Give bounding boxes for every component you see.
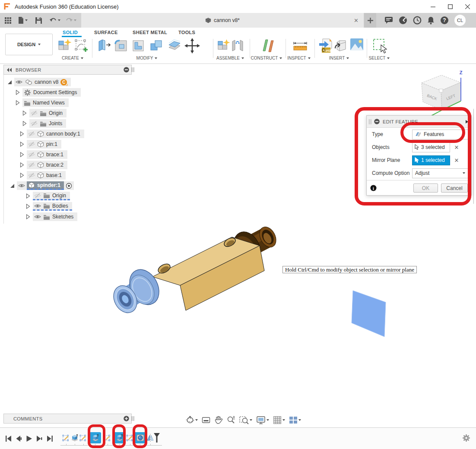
timeline-item-sketch-2[interactable] [79,434,87,442]
ok-button[interactable]: OK [413,183,438,193]
clear-objects-icon[interactable]: ✕ [453,144,460,151]
timeline-ruler[interactable] [60,445,162,446]
eye-off-icon[interactable] [28,152,35,157]
shell-button[interactable] [131,38,146,54]
fit-icon[interactable] [239,416,252,424]
offset-face-button[interactable] [167,38,182,54]
press-pull-button[interactable] [96,38,111,54]
group-select[interactable]: SELECT [358,56,401,60]
add-comment-icon[interactable] [124,416,129,421]
notifications-bell-icon[interactable] [427,16,435,25]
timeline-item-hole-selected[interactable] [134,432,146,443]
panel-grip-icon[interactable] [132,416,134,421]
tree-row-origin[interactable]: Origin [22,108,67,118]
tree-row-brace-2[interactable]: brace:2 [20,160,67,170]
tree-row-document-settings[interactable]: Document Settings [16,87,81,98]
edit-feature-dialog[interactable]: EDIT FEATURE Type Features Objects 3 sel… [366,115,472,196]
tree-row-cannon-v8[interactable]: cannon v8C [8,77,71,87]
tree-row-brace-1[interactable]: brace:1 [20,149,67,160]
activate-component-radio[interactable] [66,183,72,189]
eye-icon[interactable] [34,214,41,219]
collapsed-arrow-icon[interactable] [26,214,30,219]
eye-off-icon[interactable] [31,111,38,116]
redo-icon[interactable] [63,13,79,28]
undo-icon[interactable] [47,13,63,28]
look-at-icon[interactable] [202,416,210,424]
collapsed-arrow-icon[interactable] [16,100,20,105]
group-modify[interactable]: MODIFY [125,56,168,60]
insert-canvas-button[interactable] [350,38,364,51]
timeline-item-sketch-3[interactable] [104,434,111,442]
tree-row-named-views[interactable]: Named Views [16,98,69,108]
timeline-position-marker[interactable] [153,433,160,443]
go-to-end-icon[interactable] [47,435,53,442]
dialog-grip-icon[interactable] [369,119,371,124]
step-back-icon[interactable] [16,435,22,442]
tree-row-spinder[interactable]: spinder:1 [10,180,74,191]
timeline-item-extrude-3-selected[interactable] [114,432,125,443]
edit-feature-dialog-header[interactable]: EDIT FEATURE [367,116,471,128]
tab-surface[interactable]: SURFACE [94,30,118,35]
create-sketch-button[interactable] [74,38,88,53]
avatar[interactable]: CL [454,15,466,26]
insert-svg-button[interactable]: SVG [318,38,332,54]
eye-off-icon[interactable] [28,162,35,168]
eye-icon[interactable] [18,183,25,188]
compute-option-dropdown[interactable]: Adjust [412,168,468,178]
collapsed-arrow-icon[interactable] [20,173,24,178]
tab-tools[interactable]: TOOLS [178,30,195,35]
mirror-plane-selection-button[interactable]: 1 selected [412,155,450,165]
play-icon[interactable] [26,435,32,442]
job-status-icon[interactable] [413,16,422,25]
collapsed-arrow-icon[interactable] [22,111,27,116]
collapsed-arrow-icon[interactable] [22,121,27,126]
insert-derive-button[interactable] [334,38,348,53]
collapsed-arrow-icon[interactable] [20,142,24,147]
app-grid-icon[interactable] [0,13,16,28]
save-icon[interactable] [30,13,47,28]
zoom-icon[interactable] [227,416,235,424]
expanded-arrow-icon[interactable] [10,184,14,188]
comments-icon[interactable] [384,16,393,24]
info-icon[interactable]: i [370,185,377,191]
step-forward-icon[interactable] [36,435,43,442]
timeline-item-sketch-4[interactable] [126,434,134,442]
collapsed-arrow-icon[interactable] [20,152,24,157]
tree-row-joints[interactable]: Joints [22,118,66,129]
maximize-button[interactable] [441,0,459,13]
help-icon[interactable]: ? [440,16,449,25]
collapse-panel-icon[interactable] [7,68,12,72]
collapsed-arrow-icon[interactable] [26,204,30,209]
document-tab[interactable]: cannon v8* ✕ [81,13,364,28]
close-tab-icon[interactable]: ✕ [354,17,359,24]
fillet-button[interactable] [114,38,128,54]
dialog-minus-icon[interactable] [374,119,380,124]
combine-button[interactable] [149,38,164,54]
new-tab-button[interactable] [364,13,376,28]
tree-row-cannon-body[interactable]: cannon body:1 [20,129,84,139]
tree-row-spinder-origin[interactable]: Origin [26,191,70,201]
clear-mirror-plane-icon[interactable]: ✕ [453,157,460,164]
collapsed-arrow-icon[interactable] [16,90,20,95]
viewports-icon[interactable] [289,416,301,424]
tab-sheet-metal[interactable]: SHEET METAL [133,30,167,35]
orbit-icon[interactable] [186,416,198,424]
dialog-expand-arrow-icon[interactable] [465,120,469,124]
viewport-3d-model[interactable] [104,214,406,343]
eye-off-icon[interactable] [28,131,35,136]
workspace-selector[interactable]: DESIGN [5,34,53,55]
tree-row-base[interactable]: base:1 [20,170,66,180]
panel-minus-icon[interactable] [124,67,129,73]
group-create[interactable]: CREATE [51,56,94,60]
browser-panel-header[interactable]: BROWSER [3,65,132,75]
eye-off-icon[interactable] [28,173,35,178]
construct-plane-button[interactable] [260,38,276,54]
eye-off-icon[interactable] [34,193,41,198]
view-cube[interactable]: BACK LEFT Z Y [409,68,472,119]
collapsed-arrow-icon[interactable] [26,193,30,199]
joint-button[interactable] [231,38,244,53]
timeline-item-mirror[interactable] [147,433,154,442]
grid-settings-icon[interactable] [273,416,285,424]
timeline-item-extrude-1[interactable] [70,433,79,442]
group-inspect[interactable]: INSPECT [277,56,321,60]
